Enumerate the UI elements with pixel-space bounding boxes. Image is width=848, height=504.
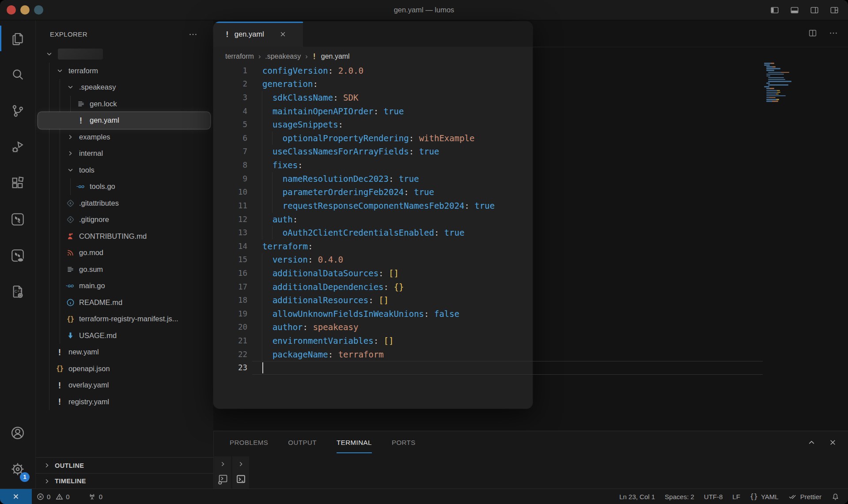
workspace-root[interactable]	[38, 46, 210, 63]
yaml-file-icon: !	[225, 30, 230, 39]
tree-item-label: go.mod	[79, 248, 103, 257]
tree-item-label: terraform-registry-manifest.js...	[79, 315, 178, 323]
status-notifications[interactable]	[826, 489, 844, 504]
json-file-icon: {}	[55, 364, 64, 373]
problems-status[interactable]: 00	[32, 489, 77, 504]
tree-item-overlay-yaml[interactable]: !overlay.yaml	[38, 377, 210, 394]
breadcrumb-item[interactable]: gen.yaml	[321, 53, 350, 60]
breadcrumb[interactable]: terraform›.speakeasy›!gen.yaml	[225, 47, 350, 66]
minimap-line	[768, 79, 785, 80]
yaml-warn-file-icon: !	[55, 397, 64, 406]
tree-item--gitignore[interactable]: .gitignore	[38, 211, 210, 228]
tree-item-usage-md[interactable]: USAGE.md	[38, 327, 210, 344]
status-indentation[interactable]: Spaces: 2	[660, 489, 699, 504]
git-file-icon	[65, 198, 75, 208]
minimap-line	[766, 68, 780, 69]
tree-item--gitattributes[interactable]: .gitattributes	[38, 195, 210, 212]
status-language-mode[interactable]: {}YAML	[745, 489, 784, 504]
tree-item-go-sum[interactable]: go.sum	[38, 261, 210, 278]
tab-close-icon[interactable]	[279, 30, 287, 38]
panel-tab-ports[interactable]: PORTS	[392, 431, 416, 453]
chevron-down-icon	[65, 165, 75, 175]
titlebar: gen.yaml — lumos	[0, 0, 848, 20]
tree-item-openapi-json[interactable]: {}openapi.json	[38, 361, 210, 377]
ports-status[interactable]: 0	[83, 489, 110, 504]
debug-terminal-icon	[217, 474, 229, 485]
breadcrumb-item[interactable]: .speakeasy	[265, 53, 301, 60]
activity-accounts-icon[interactable]	[0, 415, 35, 451]
panel-maximize-icon[interactable]	[807, 438, 816, 447]
toggle-panel-icon[interactable]	[790, 5, 799, 15]
explorer-sidebar: EXPLORER terraform.speakeasygen.lock!gen…	[36, 20, 213, 489]
tree-item-registry-yaml[interactable]: !registry.yaml	[38, 394, 210, 410]
status-formatter[interactable]: Prettier	[784, 489, 826, 504]
panel-tab-terminal[interactable]: TERMINAL	[337, 431, 372, 453]
chevron-right-icon	[219, 460, 227, 468]
chevron-down-icon	[55, 66, 64, 75]
status-bar: 000 Ln 23, Col 1Spaces: 2UTF-8LF{}YAMLPr…	[0, 489, 848, 504]
terminal-icon	[235, 474, 247, 485]
status-cursor-position[interactable]: Ln 23, Col 1	[614, 489, 660, 504]
tree-item-new-yaml[interactable]: !new.yaml	[38, 344, 210, 361]
activity-explorer-icon[interactable]	[0, 20, 35, 56]
minimap[interactable]	[763, 63, 810, 103]
warning-icon	[55, 493, 64, 501]
activity-terraform-icon[interactable]	[0, 201, 35, 237]
minimap-line	[766, 74, 784, 75]
activity-source-control-icon[interactable]	[0, 93, 35, 129]
tree-item-internal[interactable]: internal	[38, 145, 210, 162]
close-button[interactable]	[7, 5, 16, 15]
arrow-down-file-icon	[65, 331, 75, 340]
panel-tab-problems[interactable]: PROBLEMS	[230, 431, 268, 453]
customize-layout-icon[interactable]	[829, 5, 839, 15]
tree-item-terraform-registry-manifest-js-[interactable]: {}terraform-registry-manifest.js...	[38, 311, 210, 327]
activity-manage-icon[interactable]: 1	[0, 451, 35, 487]
yaml-warn-file-icon: !	[55, 380, 64, 390]
tab-gen-yaml[interactable]: ! gen.yaml	[213, 22, 303, 47]
terminal-pane-debug[interactable]	[214, 456, 231, 489]
editor-more-actions-icon[interactable]	[829, 28, 838, 38]
tree-item-main-go[interactable]: GOmain.go	[38, 278, 210, 294]
tab-label: gen.yaml	[235, 30, 264, 38]
sidebar-section-outline[interactable]: OUTLINE	[36, 457, 213, 473]
tree-item-go-mod[interactable]: go.mod	[38, 244, 210, 261]
tree-item-terraform[interactable]: terraform	[38, 63, 210, 79]
activity-run-and-debug-icon[interactable]	[0, 129, 35, 165]
sidebar-section-timeline[interactable]: TIMELINE	[36, 473, 213, 489]
minimap-line	[766, 75, 770, 77]
minimap-line	[768, 72, 789, 73]
tree-item-label: main.go	[79, 282, 105, 290]
remote-indicator[interactable]	[0, 489, 32, 504]
chevron-right-icon	[65, 149, 75, 158]
tree-item-gen-lock[interactable]: gen.lock	[38, 96, 210, 113]
status-encoding[interactable]: UTF-8	[699, 489, 728, 504]
minimap-line	[766, 94, 779, 95]
minimize-button[interactable]	[20, 5, 30, 15]
activity-api-docs-icon[interactable]: C++	[0, 274, 35, 310]
zoom-button[interactable]	[34, 5, 43, 15]
tree-item-readme-md[interactable]: README.md	[38, 294, 210, 311]
toggle-primary-sidebar-icon[interactable]	[770, 5, 780, 15]
activity-terraform-cloud-icon[interactable]	[0, 237, 35, 274]
list-file-icon	[76, 99, 86, 109]
breadcrumb-item[interactable]: terraform	[225, 53, 254, 60]
tree-item-tools-go[interactable]: GOtools.go	[38, 178, 210, 195]
activity-extensions-icon[interactable]	[0, 165, 35, 201]
tree-item-tools[interactable]: tools	[38, 162, 210, 179]
breadcrumb-separator: ›	[305, 53, 307, 60]
tree-item-examples[interactable]: examples	[38, 129, 210, 146]
activity-search-icon[interactable]	[0, 56, 35, 93]
panel-close-icon[interactable]	[828, 438, 837, 447]
minimap-line	[766, 90, 780, 91]
tree-item-label: overlay.yaml	[68, 381, 109, 389]
tree-item-contributing-md[interactable]: CONTRIBUTING.md	[38, 228, 210, 245]
split-editor-icon[interactable]	[808, 28, 818, 38]
toggle-secondary-sidebar-icon[interactable]	[810, 5, 819, 15]
tree-item-gen-yaml[interactable]: !gen.yaml	[38, 112, 210, 129]
status-eol[interactable]: LF	[727, 489, 745, 504]
bottom-panel: PROBLEMSOUTPUTTERMINALPORTS	[213, 431, 848, 489]
tree-item-label: tools	[79, 166, 95, 174]
panel-tab-output[interactable]: OUTPUT	[288, 431, 317, 453]
tree-item--speakeasy[interactable]: .speakeasy	[38, 79, 210, 96]
terminal-pane[interactable]	[232, 456, 249, 489]
